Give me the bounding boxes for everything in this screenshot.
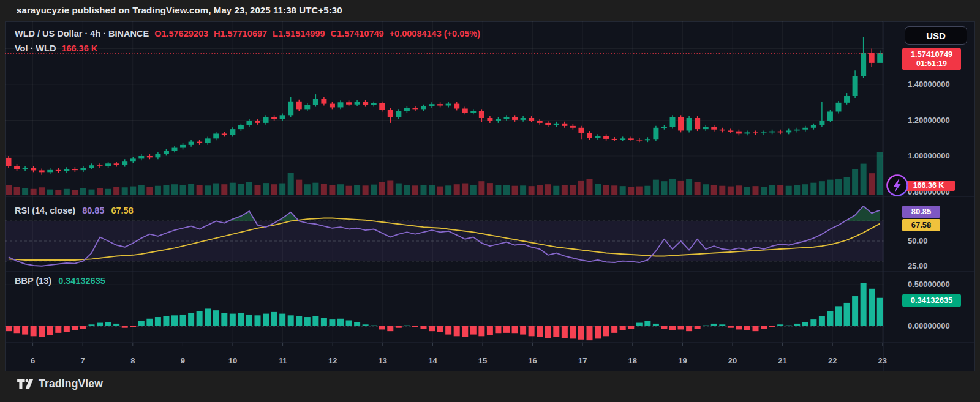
volume-row: Vol · WLD166.36 K bbox=[15, 43, 97, 53]
bbp-scale-label: 0.00000000 bbox=[908, 321, 950, 330]
time-axis-label: 8 bbox=[130, 356, 135, 365]
bbp-value-badge: 0.34132635 bbox=[902, 294, 961, 307]
ohlc-open: O1.57629203 bbox=[154, 29, 208, 39]
time-axis-label: 14 bbox=[428, 356, 437, 365]
time-axis-label: 9 bbox=[181, 356, 185, 365]
time-axis-label: 15 bbox=[478, 356, 487, 365]
rsi-value-badge: 80.85 bbox=[902, 206, 940, 218]
time-axis-label: 18 bbox=[628, 356, 637, 365]
tradingview-logo-icon bbox=[17, 378, 34, 390]
chart-canvas[interactable] bbox=[0, 0, 980, 402]
tradingview-brand-text: TradingView bbox=[39, 378, 103, 390]
currency-button[interactable]: USD bbox=[905, 26, 967, 45]
ohlc-close: C1.57410749 bbox=[331, 29, 384, 39]
bbp-scale-label: 0.50000000 bbox=[908, 280, 950, 289]
time-axis-label: 13 bbox=[379, 356, 387, 365]
bbp-title-row: BBP (13)0.34132635 bbox=[15, 276, 105, 286]
rsi-ma-value: 67.58 bbox=[111, 206, 133, 215]
bbp-value: 0.34132635 bbox=[58, 276, 105, 286]
price-scale-label: 1.20000000 bbox=[908, 116, 950, 125]
volume-label[interactable]: Vol · WLD bbox=[15, 43, 56, 53]
time-axis-label: 21 bbox=[778, 356, 786, 365]
current-price-value: 1.57410749 bbox=[902, 50, 961, 59]
screenshot-root: sarayucyzie published on TradingView.com… bbox=[0, 0, 980, 402]
price-scale-label: 1.00000000 bbox=[908, 151, 950, 160]
time-axis-label: 19 bbox=[678, 356, 687, 365]
time-axis-label: 17 bbox=[578, 356, 587, 365]
volume-value: 166.36 K bbox=[61, 43, 97, 53]
time-axis-label: 10 bbox=[228, 356, 237, 365]
boost-flash-icon[interactable] bbox=[886, 174, 909, 197]
symbol-title[interactable]: WLD / US Dollar · 4h · BINANCE bbox=[15, 29, 149, 39]
time-axis-label: 7 bbox=[81, 356, 85, 365]
current-price-badge: 1.57410749 01:51:19 bbox=[902, 48, 961, 70]
bbp-title[interactable]: BBP (13) bbox=[15, 276, 51, 286]
candle-countdown: 01:51:19 bbox=[902, 59, 961, 68]
rsi-value: 80.85 bbox=[82, 206, 104, 215]
ohlc-low: L1.51514999 bbox=[273, 29, 325, 39]
ohlc-high: H1.57710697 bbox=[214, 29, 267, 39]
time-axis-label: 22 bbox=[828, 356, 837, 365]
rsi-title-row: RSI (14, close)80.8567.58 bbox=[15, 206, 134, 215]
tradingview-logo[interactable]: TradingView bbox=[17, 378, 103, 390]
symbol-header: WLD / US Dollar · 4h · BINANCEO1.5762920… bbox=[15, 29, 480, 39]
volume-badge: 166.36 K bbox=[902, 181, 955, 191]
time-axis-label: 6 bbox=[31, 356, 35, 365]
time-axis-label: 23 bbox=[878, 356, 887, 365]
rsi-title[interactable]: RSI (14, close) bbox=[15, 206, 75, 215]
time-axis-label: 11 bbox=[279, 356, 287, 365]
rsi-scale-label: 50.00 bbox=[908, 236, 928, 245]
rsi-ma-value-badge: 67.58 bbox=[902, 219, 940, 231]
time-axis-label: 16 bbox=[528, 356, 537, 365]
time-axis-label: 20 bbox=[728, 356, 737, 365]
price-scale-label: 1.40000000 bbox=[908, 80, 950, 89]
ohlc-change: +0.00084143 (+0.05%) bbox=[390, 29, 480, 39]
rsi-scale-label: 25.00 bbox=[908, 261, 928, 270]
time-axis-label: 12 bbox=[328, 356, 337, 365]
